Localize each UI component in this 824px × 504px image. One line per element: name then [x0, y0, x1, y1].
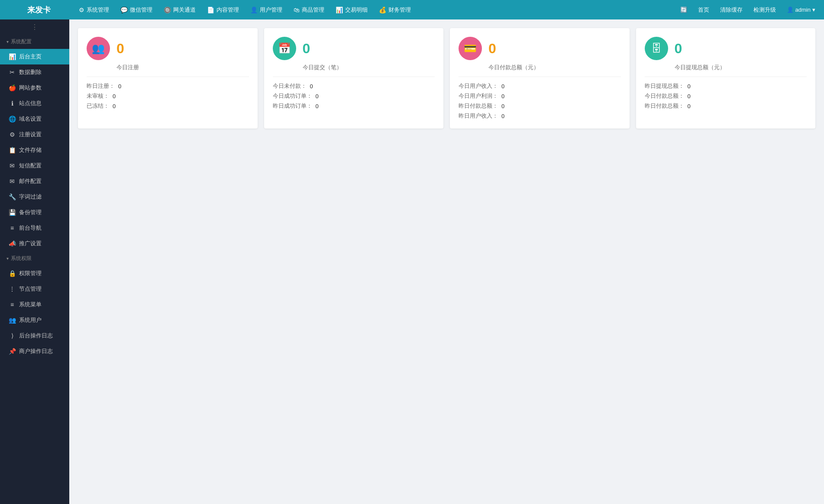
admin-icon: 👤 [787, 6, 794, 13]
sidebar-item-menu-label: 系统菜单 [19, 301, 42, 308]
top-nav: 来发卡 ⚙ 系统管理 💬 微信管理 🔘 网关通道 📄 内容管理 👤 用户管理 🛍… [0, 0, 824, 19]
nav-item-wechat[interactable]: 💬 微信管理 [115, 0, 158, 19]
sidebar-item-dashboard-label: 后台主页 [19, 53, 42, 61]
sidebar-item-data-delete[interactable]: ✂ 数据删除 [0, 64, 69, 80]
arrow-icon: ▾ [6, 39, 9, 44]
nav-item-content[interactable]: 📄 内容管理 [202, 0, 244, 19]
payment-stat-label-2: 昨日付款总额： [459, 102, 498, 110]
sidebar-item-word-filter[interactable]: 🔧 字词过滤 [0, 189, 69, 205]
nav-item-user[interactable]: 👤 用户管理 [245, 0, 288, 19]
app-logo: 来发卡 [4, 5, 74, 15]
detect-upgrade-label: 检测升级 [753, 6, 776, 14]
merchant-log-icon: 📌 [9, 348, 16, 355]
sidebar-item-email[interactable]: ✉ 邮件配置 [0, 173, 69, 189]
register-stat-label-0: 昨日注册： [87, 82, 115, 90]
orders-stat-value-1: 0 [316, 93, 319, 100]
sidebar-item-domain[interactable]: 🌐 域名设置 [0, 111, 69, 127]
nav-item-system[interactable]: ⚙ 系统管理 [74, 0, 114, 19]
register-stat-value-0: 0 [118, 83, 121, 90]
sidebar-item-backup[interactable]: 💾 备份管理 [0, 205, 69, 220]
register-card-stats: 昨日注册： 0 未审核： 0 已冻结： 0 [87, 82, 249, 110]
sidebar-group-permission[interactable]: ▾ 系统权限 [0, 251, 69, 266]
sidebar-toggle[interactable]: ⋮ [0, 19, 69, 35]
orders-card-title: 今日提交（笔） [273, 64, 435, 71]
system-icon: ⚙ [79, 6, 84, 13]
detect-upgrade-button[interactable]: 检测升级 [749, 0, 780, 19]
register-card-title: 今日注册 [87, 64, 249, 71]
sidebar: ⋮ ▾ 系统配置 📊 后台主页 ✂ 数据删除 🍎 网站参数 ℹ 站点信息 🌐 域… [0, 19, 69, 504]
chevron-down-icon: ▾ [812, 6, 815, 13]
clear-cache-button[interactable]: 清除缓存 [716, 0, 747, 19]
payment-stat-label-3: 昨日用户收入： [459, 112, 498, 120]
sidebar-item-dashboard[interactable]: 📊 后台主页 [0, 49, 69, 64]
nav-item-content-label: 内容管理 [217, 6, 239, 14]
clear-cache-label: 清除缓存 [720, 6, 743, 14]
card-orders-header: 📅 0 [273, 37, 435, 60]
register-stat-row-1: 未审核： 0 [87, 92, 249, 100]
sidebar-item-site-info[interactable]: ℹ 站点信息 [0, 96, 69, 111]
sidebar-item-file-storage[interactable]: 📋 文件存储 [0, 142, 69, 158]
withdraw-stat-label-0: 昨日提现总额： [645, 82, 684, 90]
sidebar-item-site-params[interactable]: 🍎 网站参数 [0, 80, 69, 96]
menu-icon: ≡ [9, 301, 16, 308]
home-button[interactable]: 首页 [694, 0, 714, 19]
payment-stat-row-2: 昨日付款总额： 0 [459, 102, 621, 110]
product-icon: 🛍 [294, 6, 300, 13]
email-icon: ✉ [9, 178, 16, 185]
withdraw-stat-row-2: 昨日付款总额： 0 [645, 102, 807, 110]
card-payment-header: 💳 0 [459, 37, 621, 60]
orders-stat-row-0: 今日未付款： 0 [273, 82, 435, 90]
sidebar-item-node[interactable]: ⋮ 节点管理 [0, 281, 69, 297]
sidebar-item-promote-label: 推广设置 [19, 240, 42, 247]
sidebar-item-permission[interactable]: 🔒 权限管理 [0, 266, 69, 281]
site-params-icon: 🍎 [9, 84, 16, 91]
wechat-icon: 💬 [120, 6, 128, 13]
payment-card-stats: 今日用户收入： 0 今日用户利润： 0 昨日付款总额： 0 昨日用户收入： 0 [459, 82, 621, 120]
refresh-button[interactable]: 🔄 [676, 0, 692, 19]
sidebar-item-promote[interactable]: 📣 推广设置 [0, 236, 69, 251]
payment-stat-value-3: 0 [501, 113, 504, 119]
sidebar-item-nav[interactable]: ≡ 前台导航 [0, 220, 69, 236]
admin-menu[interactable]: 👤 admin ▾ [782, 0, 820, 19]
sidebar-item-menu[interactable]: ≡ 系统菜单 [0, 297, 69, 312]
content-icon: 📄 [207, 6, 214, 13]
withdraw-stat-row-1: 今日付款总额： 0 [645, 92, 807, 100]
register-stat-row-0: 昨日注册： 0 [87, 82, 249, 90]
nav-item-finance[interactable]: 💰 财务管理 [374, 0, 416, 19]
transaction-icon: 📊 [336, 6, 343, 13]
sidebar-item-merchant-log[interactable]: 📌 商户操作日志 [0, 343, 69, 359]
orders-stat-label-2: 昨日成功订单： [273, 102, 312, 110]
nav-icon: ≡ [9, 225, 16, 231]
sidebar-item-sys-user[interactable]: 👥 系统用户 [0, 312, 69, 328]
main-layout: ⋮ ▾ 系统配置 📊 后台主页 ✂ 数据删除 🍎 网站参数 ℹ 站点信息 🌐 域… [0, 19, 824, 504]
orders-stat-row-1: 今日成功订单： 0 [273, 92, 435, 100]
card-orders: 📅 0 今日提交（笔） 今日未付款： 0 今日成功订单： 0 昨日成功订单： [264, 28, 444, 128]
refresh-icon: 🔄 [680, 6, 687, 13]
sidebar-item-node-label: 节点管理 [19, 285, 42, 293]
withdraw-stat-label-2: 昨日付款总额： [645, 102, 684, 110]
card-withdraw: 🗄 0 今日提现总额（元） 昨日提现总额： 0 今日付款总额： 0 昨日付款总 [636, 28, 816, 128]
nav-item-product-label: 商品管理 [302, 6, 324, 14]
sidebar-item-sys-user-label: 系统用户 [19, 316, 42, 324]
node-icon: ⋮ [9, 286, 16, 292]
sidebar-item-sms[interactable]: ✉ 短信配置 [0, 158, 69, 173]
sidebar-item-backend-log[interactable]: ⟩ 后台操作日志 [0, 328, 69, 343]
withdraw-stat-row-0: 昨日提现总额： 0 [645, 82, 807, 90]
sidebar-item-register[interactable]: ⚙ 注册设置 [0, 127, 69, 142]
payment-stat-value-1: 0 [501, 93, 504, 100]
nav-item-gateway[interactable]: 🔘 网关通道 [158, 0, 201, 19]
sidebar-group-config-label: 系统配置 [11, 38, 32, 45]
sidebar-item-sms-label: 短信配置 [19, 162, 42, 170]
admin-label: admin [795, 6, 811, 13]
backend-log-icon: ⟩ [9, 332, 16, 339]
nav-item-product[interactable]: 🛍 商品管理 [288, 0, 330, 19]
orders-stat-row-2: 昨日成功订单： 0 [273, 102, 435, 110]
payment-stat-row-1: 今日用户利润： 0 [459, 92, 621, 100]
payment-card-title: 今日付款总额（元） [459, 64, 621, 71]
sidebar-group-config[interactable]: ▾ 系统配置 [0, 35, 69, 49]
sidebar-item-site-info-label: 站点信息 [19, 100, 42, 107]
withdraw-card-title: 今日提现总额（元） [645, 64, 807, 71]
orders-stat-value-2: 0 [316, 103, 319, 109]
nav-item-transaction[interactable]: 📊 交易明细 [330, 0, 373, 19]
sys-user-icon: 👥 [9, 317, 16, 324]
